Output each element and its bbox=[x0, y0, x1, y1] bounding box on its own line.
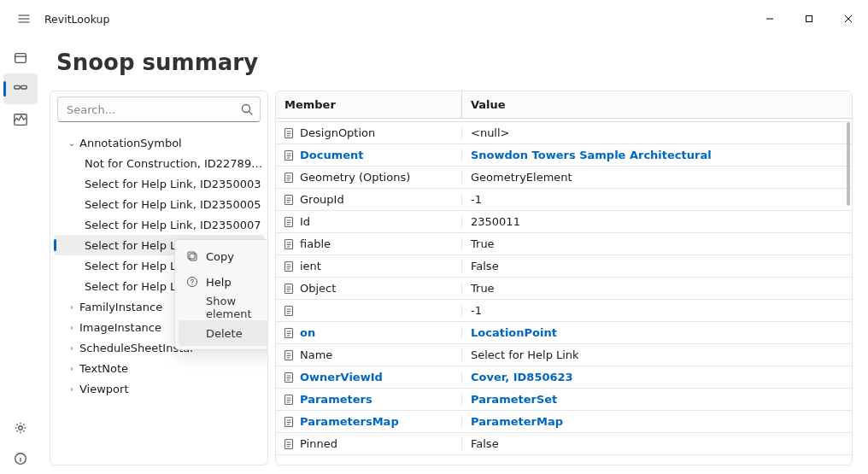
value-cell: Snowdon Towers Sample Architectural bbox=[462, 149, 852, 161]
member-cell: Geometry (Options) bbox=[300, 171, 410, 184]
settings-button[interactable] bbox=[3, 413, 38, 443]
property-icon bbox=[283, 438, 295, 450]
column-header-member[interactable]: Member bbox=[276, 91, 462, 118]
chevron-right-icon: › bbox=[66, 384, 78, 394]
property-icon bbox=[283, 260, 295, 272]
tree-node[interactable]: ›Viewport bbox=[54, 378, 264, 399]
tree-leaf[interactable]: Select for Help Link, ID2350003 bbox=[54, 173, 264, 194]
property-icon bbox=[283, 327, 295, 339]
scrollbar-thumb[interactable] bbox=[847, 122, 850, 206]
help-icon bbox=[185, 276, 199, 288]
chevron-down-icon: ⌄ bbox=[66, 138, 78, 148]
property-icon bbox=[283, 172, 295, 184]
member-cell: Name bbox=[300, 348, 332, 361]
menu-button[interactable] bbox=[10, 5, 38, 32]
page-title: Snoop summary bbox=[50, 38, 853, 91]
chevron-right-icon: › bbox=[66, 302, 78, 312]
member-cell: fiable bbox=[300, 237, 331, 250]
minimize-button[interactable] bbox=[750, 5, 789, 32]
table-row[interactable]: Geometry (Options)GeometryElement bbox=[276, 167, 852, 189]
member-cell: Parameters bbox=[300, 393, 372, 406]
app-title: RevitLookup bbox=[44, 13, 109, 26]
property-icon bbox=[283, 305, 295, 317]
value-cell: ParameterSet bbox=[462, 393, 852, 406]
tree-panel: ⌄ AnnotationSymbol Not for Construction,… bbox=[50, 91, 268, 465]
value-cell: True bbox=[462, 282, 852, 295]
property-icon bbox=[283, 416, 295, 428]
svg-point-5 bbox=[19, 426, 23, 430]
nav-item-dashboard[interactable] bbox=[3, 43, 38, 73]
search-input[interactable] bbox=[57, 97, 261, 122]
table-row[interactable]: DocumentSnowdon Towers Sample Architectu… bbox=[276, 144, 852, 167]
property-icon bbox=[283, 238, 295, 250]
table-row[interactable]: fiableTrue bbox=[276, 233, 852, 255]
member-cell: DesignOption bbox=[300, 126, 375, 139]
value-cell: False bbox=[462, 437, 852, 450]
property-icon bbox=[283, 127, 295, 139]
property-icon bbox=[283, 194, 295, 206]
table-row[interactable]: PinnedFalse bbox=[276, 433, 852, 455]
member-cell: Object bbox=[300, 282, 336, 295]
context-menu-copy[interactable]: Copy Ctrl+C bbox=[179, 243, 268, 269]
copy-icon bbox=[185, 250, 199, 262]
value-cell: True bbox=[462, 237, 852, 250]
table-row[interactable]: ObjectTrue bbox=[276, 278, 852, 300]
table-row[interactable]: DesignOption<null> bbox=[276, 122, 852, 144]
table-row[interactable]: ParametersMapParameterMap bbox=[276, 411, 852, 433]
maximize-button[interactable] bbox=[789, 5, 829, 32]
svg-rect-9 bbox=[188, 252, 195, 259]
close-button[interactable] bbox=[829, 5, 868, 32]
context-menu: Copy Ctrl+C Help F1 Show element Alt+F7 bbox=[174, 239, 268, 350]
column-header-value[interactable]: Value bbox=[462, 91, 852, 118]
member-cell: ParametersMap bbox=[300, 415, 399, 428]
chevron-right-icon: › bbox=[66, 323, 78, 332]
chevron-right-icon: › bbox=[66, 343, 78, 353]
property-icon bbox=[283, 216, 295, 228]
svg-rect-1 bbox=[15, 54, 26, 63]
table-row[interactable]: ientFalse bbox=[276, 255, 852, 278]
nav-item-events[interactable] bbox=[3, 104, 38, 135]
titlebar: RevitLookup bbox=[0, 0, 868, 38]
member-cell: OwnerViewId bbox=[300, 371, 383, 383]
nav-item-snoop[interactable] bbox=[3, 73, 38, 104]
svg-rect-8 bbox=[190, 254, 196, 260]
tree-node[interactable]: ›TextNote bbox=[54, 358, 264, 378]
member-cell: Id bbox=[300, 215, 310, 228]
table-row[interactable]: Id2350011 bbox=[276, 211, 852, 233]
about-button[interactable] bbox=[3, 443, 38, 474]
svg-rect-3 bbox=[21, 85, 26, 89]
value-cell: False bbox=[462, 260, 852, 272]
value-cell: LocationPoint bbox=[462, 326, 852, 339]
tree-node-annotationsymbol[interactable]: ⌄ AnnotationSymbol bbox=[54, 132, 264, 153]
nav-rail bbox=[0, 38, 41, 474]
context-menu-help[interactable]: Help F1 bbox=[179, 269, 268, 295]
context-menu-delete[interactable]: Delete Delete bbox=[179, 320, 268, 346]
value-cell: Cover, ID850623 bbox=[462, 371, 852, 383]
member-cell: GroupId bbox=[300, 193, 344, 206]
table-row[interactable]: onLocationPoint bbox=[276, 322, 852, 344]
search-icon bbox=[240, 102, 254, 116]
tree-leaf[interactable]: Not for Construction, ID2278980 bbox=[54, 153, 264, 173]
property-icon bbox=[283, 283, 295, 295]
property-icon bbox=[283, 149, 295, 161]
context-menu-show-element[interactable]: Show element Alt+F7 bbox=[179, 295, 268, 320]
table-row[interactable]: -1 bbox=[276, 300, 852, 322]
table-row[interactable]: OwnerViewIdCover, ID850623 bbox=[276, 366, 852, 389]
property-icon bbox=[283, 372, 295, 383]
table-row[interactable]: GroupId-1 bbox=[276, 189, 852, 211]
table-row[interactable]: ParametersParameterSet bbox=[276, 389, 852, 411]
value-cell: ParameterMap bbox=[462, 415, 852, 428]
value-cell: GeometryElement bbox=[462, 171, 852, 184]
value-cell: -1 bbox=[462, 304, 852, 317]
table-row[interactable]: NameSelect for Help Link bbox=[276, 344, 852, 366]
svg-rect-0 bbox=[806, 16, 812, 22]
chevron-right-icon: › bbox=[66, 364, 78, 373]
value-cell: <null> bbox=[462, 126, 852, 139]
member-cell: ient bbox=[300, 260, 321, 272]
value-cell: 2350011 bbox=[462, 215, 852, 228]
property-icon bbox=[283, 349, 295, 361]
tree-leaf[interactable]: Select for Help Link, ID2350005 bbox=[54, 194, 264, 214]
member-cell: on bbox=[300, 326, 315, 339]
tree-leaf[interactable]: Select for Help Link, ID2350007 bbox=[54, 214, 264, 235]
property-icon bbox=[283, 394, 295, 406]
